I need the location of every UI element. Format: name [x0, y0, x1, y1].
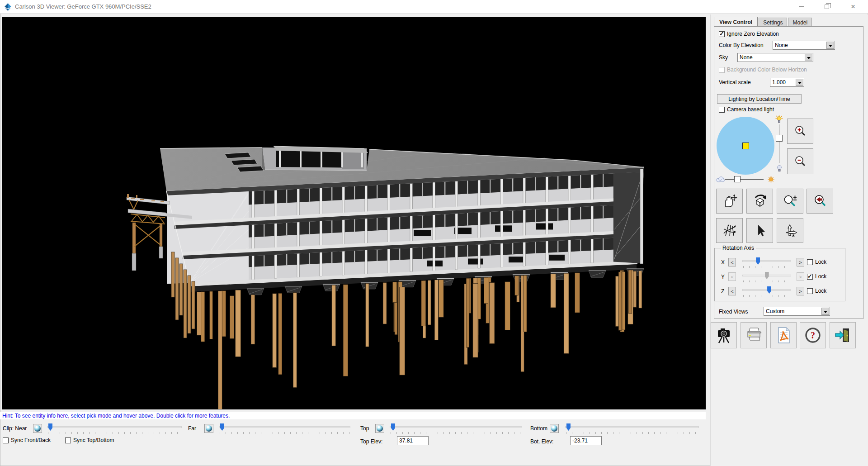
- rotate-x-plus-button[interactable]: >: [797, 258, 804, 266]
- rotate-icon: [752, 194, 768, 209]
- ignore-zero-elevation-checkbox[interactable]: Ignore Zero Elevation: [719, 31, 779, 37]
- chevron-down-icon[interactable]: [826, 42, 834, 49]
- rotate-tool-button[interactable]: [746, 189, 773, 214]
- title-bar: Carlson 3D Viewer: GeForce GTX 960M/PCIe…: [0, 0, 868, 14]
- pdf-export-button[interactable]: [770, 322, 797, 348]
- rotate-y-slider[interactable]: [742, 271, 791, 283]
- rotate-z-minus-button[interactable]: <: [728, 287, 736, 295]
- cursor-icon: [752, 223, 768, 238]
- sync-top-bottom-checkbox[interactable]: Sync Top/Bottom: [65, 437, 114, 443]
- background-below-horizon-checkbox[interactable]: Background Color Below Horizon: [719, 67, 807, 73]
- chevron-down-icon[interactable]: [796, 79, 803, 86]
- zoom-previous-icon: [812, 194, 828, 209]
- clip-near-target-button[interactable]: [33, 424, 42, 433]
- clip-bottom-thumb[interactable]: [566, 423, 571, 431]
- light-position-marker[interactable]: [742, 143, 749, 149]
- restore-icon: [825, 5, 829, 9]
- vertical-scale-select[interactable]: 1.000: [770, 78, 804, 87]
- sync-front-back-checkbox[interactable]: Sync Front/Back: [3, 437, 51, 443]
- clip-top-target-button[interactable]: [375, 424, 384, 433]
- sphere-icon: [551, 425, 557, 432]
- bot-elev-label: Bot. Elev:: [530, 438, 553, 445]
- chevron-down-icon[interactable]: [805, 54, 812, 61]
- top-elev-label: Top Elev:: [360, 438, 382, 445]
- zoom-out-button[interactable]: [787, 148, 813, 174]
- lock-z-checkbox[interactable]: Lock: [807, 288, 826, 294]
- hint-text: Hint: To see entity info here, select pi…: [2, 413, 230, 419]
- app-logo-icon: [4, 3, 12, 13]
- bulb-dim-icon: [776, 165, 783, 174]
- rotate-y-plus-button[interactable]: >: [797, 272, 804, 281]
- print-button[interactable]: [741, 322, 767, 348]
- clip-bottom-slider[interactable]: [565, 423, 699, 434]
- help-button[interactable]: ?: [800, 322, 826, 348]
- zoom-in-icon: [793, 124, 807, 138]
- rotate-z-thumb[interactable]: [767, 286, 771, 294]
- rotation-axis-title: Rotation Axis: [721, 245, 756, 251]
- axis-z-label: Z: [721, 288, 724, 295]
- light-elevation-thumb[interactable]: [776, 135, 783, 142]
- zoom-in-button[interactable]: [787, 119, 813, 144]
- clip-bottom-label: Bottom: [530, 425, 547, 432]
- 3d-model-canvas[interactable]: [2, 17, 706, 409]
- surface-grid-tool-button[interactable]: [716, 218, 743, 243]
- vertical-scale-label: Vertical scale: [719, 79, 751, 86]
- close-button[interactable]: ×: [843, 0, 863, 13]
- camera-based-light-checkbox[interactable]: Camera based light: [719, 106, 774, 113]
- rotate-y-minus-button[interactable]: <: [728, 272, 736, 281]
- bot-elev-input[interactable]: [570, 436, 602, 445]
- clip-far-target-button[interactable]: [204, 424, 213, 433]
- color-by-elevation-label: Color By Elevation: [719, 42, 764, 48]
- lighting-by-location-button[interactable]: Lighting by Location/Time: [717, 94, 802, 104]
- top-elev-input[interactable]: [397, 436, 429, 445]
- clip-top-label: Top: [360, 425, 369, 432]
- clip-far-slider[interactable]: [219, 423, 350, 434]
- camera-tripod-icon: [715, 326, 733, 344]
- bulb-bright-icon: [775, 115, 783, 125]
- clip-top-thumb[interactable]: [391, 423, 395, 431]
- sphere-icon: [34, 425, 41, 432]
- clip-near-slider[interactable]: [47, 423, 182, 434]
- light-elevation-slider[interactable]: [776, 124, 783, 163]
- clip-bottom-target-button[interactable]: [550, 424, 559, 433]
- cloud-amount-slider[interactable]: [725, 175, 764, 183]
- rotate-x-thumb[interactable]: [756, 257, 760, 265]
- lock-x-checkbox[interactable]: Lock: [807, 259, 826, 265]
- pan-hand-icon: [722, 194, 737, 209]
- minimize-button[interactable]: [791, 0, 811, 13]
- sky-select[interactable]: None: [737, 53, 813, 62]
- sky-label: Sky: [719, 54, 728, 61]
- select-tool-button[interactable]: [746, 218, 773, 243]
- zoom-out-icon: [793, 155, 807, 168]
- zoom-tool-button[interactable]: [777, 189, 803, 214]
- zoom-plus-minus-icon: [783, 194, 798, 209]
- help-icon: ?: [804, 326, 822, 344]
- exit-door-icon: [834, 326, 852, 344]
- axes-tool-button[interactable]: [777, 218, 803, 243]
- snapshot-button[interactable]: [711, 322, 737, 348]
- surface-grid-icon: [722, 223, 737, 238]
- fixed-views-select[interactable]: Custom: [764, 307, 830, 316]
- clip-near-thumb[interactable]: [48, 423, 52, 431]
- exit-button[interactable]: [830, 322, 856, 348]
- clip-top-slider[interactable]: [390, 423, 522, 434]
- pan-tool-button[interactable]: [716, 189, 743, 214]
- rotate-x-minus-button[interactable]: <: [728, 258, 736, 266]
- cloud-amount-thumb[interactable]: [734, 176, 741, 182]
- restore-button[interactable]: [816, 0, 837, 13]
- rotate-z-slider[interactable]: [742, 285, 791, 297]
- axes-icon: [783, 223, 798, 238]
- chevron-down-icon[interactable]: [821, 308, 829, 315]
- clip-near-label: Clip: Near: [3, 425, 27, 432]
- sphere-icon: [206, 425, 212, 432]
- color-by-elevation-select[interactable]: None: [773, 41, 835, 50]
- rotate-z-plus-button[interactable]: >: [797, 287, 804, 295]
- clip-far-thumb[interactable]: [220, 423, 224, 431]
- lock-y-checkbox[interactable]: Lock: [807, 273, 826, 280]
- hint-bar: Hint: To see entity info here, select pi…: [0, 412, 706, 419]
- rotate-y-thumb[interactable]: [765, 272, 769, 279]
- rotate-x-slider[interactable]: [742, 257, 791, 268]
- zoom-previous-button[interactable]: [807, 189, 833, 214]
- cloud-icon: [716, 176, 725, 184]
- 3d-viewport[interactable]: [2, 17, 706, 409]
